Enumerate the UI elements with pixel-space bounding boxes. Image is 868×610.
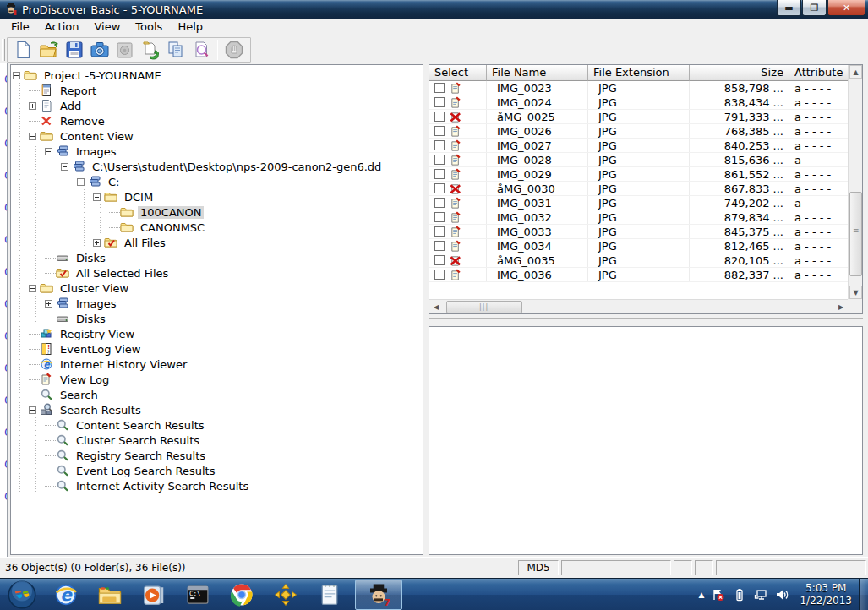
file-name-cell[interactable]: IMG_0026 xyxy=(487,124,588,138)
select-checkbox[interactable] xyxy=(434,155,445,165)
select-checkbox[interactable] xyxy=(434,183,445,193)
column-header-file-extension[interactable]: File Extension xyxy=(588,65,690,81)
taskbar-start-orb-button[interactable] xyxy=(0,580,44,610)
tree-item-registry-search-results[interactable]: Registry Search Results xyxy=(13,448,423,463)
tree-item-internet-history-viewer[interactable]: eInternet History Viewer xyxy=(13,357,423,372)
select-checkbox[interactable] xyxy=(434,83,445,93)
select-checkbox[interactable] xyxy=(434,198,445,208)
taskbar-notepad-launcher[interactable] xyxy=(308,580,352,610)
taskbar-explorer-folder-launcher[interactable] xyxy=(88,580,132,610)
tree-item-c-[interactable]: C: xyxy=(13,174,423,189)
tree-item-label[interactable]: Images xyxy=(74,145,119,158)
tree-item-label[interactable]: Content View xyxy=(57,130,136,143)
file-name-cell[interactable]: IMG_0031 xyxy=(487,196,588,210)
tree-item-report[interactable]: Report xyxy=(13,83,423,98)
collapse-icon[interactable] xyxy=(61,163,68,171)
minimize-button[interactable]: ▬ xyxy=(777,0,801,16)
tree-item-label[interactable]: Cluster Search Results xyxy=(74,434,202,447)
tree-item-label[interactable]: Registry View xyxy=(57,328,137,340)
column-header-select[interactable]: Select xyxy=(429,65,487,81)
tree-item-label[interactable]: Content Search Results xyxy=(74,419,207,432)
table-row[interactable]: IMG_0023JPG858,798 ...a - - - - xyxy=(429,81,849,95)
tree-item-label[interactable]: Internet Activity Search Results xyxy=(74,480,251,493)
taskbar-clock[interactable]: 5:03 PM 1/22/2013 xyxy=(800,582,852,607)
select-checkbox[interactable] xyxy=(434,126,445,136)
file-name-cell[interactable]: IMG_0034 xyxy=(487,239,588,253)
table-row[interactable]: åMG_0030JPG867,833 ...a - - - - xyxy=(429,182,849,196)
tree-item-label[interactable]: View Log xyxy=(57,373,112,386)
select-checkbox[interactable] xyxy=(434,169,445,179)
tree-item-label[interactable]: CANONMSC xyxy=(138,221,207,234)
tree-item-label[interactable]: Search xyxy=(57,389,101,401)
select-checkbox[interactable] xyxy=(434,212,445,222)
expand-icon[interactable] xyxy=(93,239,101,247)
table-row[interactable]: IMG_0033JPG845,375 ...a - - - - xyxy=(429,225,849,239)
menu-item-help[interactable]: Help xyxy=(170,19,210,34)
add-image-button[interactable] xyxy=(138,39,163,61)
tree-item-label[interactable]: All Selected Files xyxy=(74,267,171,280)
tree-item-label[interactable]: Images xyxy=(74,297,119,310)
column-header-file-name[interactable]: File Name xyxy=(487,65,588,81)
select-checkbox[interactable] xyxy=(434,270,445,280)
column-header-size[interactable]: Size xyxy=(690,65,789,81)
tree-item-label[interactable]: Internet History Viewer xyxy=(57,358,189,371)
search-preview-button[interactable] xyxy=(188,39,214,61)
vertical-scrollbar[interactable]: ▲ ▼ xyxy=(848,65,862,299)
menu-item-action[interactable]: Action xyxy=(37,19,87,34)
tree-item-label[interactable]: 100CANON xyxy=(138,206,204,219)
tree-item-images[interactable]: Images xyxy=(13,296,423,311)
select-checkbox[interactable] xyxy=(434,140,445,150)
file-name-cell[interactable]: åMG_0035 xyxy=(487,253,588,267)
file-name-cell[interactable]: åMG_0030 xyxy=(487,182,588,195)
table-row[interactable]: IMG_0027JPG840,253 ...a - - - - xyxy=(429,139,849,153)
select-checkbox[interactable] xyxy=(434,112,445,122)
taskbar-chrome-launcher[interactable] xyxy=(220,580,264,610)
file-name-cell[interactable]: IMG_0036 xyxy=(487,268,588,281)
tree-item-label[interactable]: C:\Users\student\Desktop\nps-2009-canon2… xyxy=(90,161,384,173)
scroll-down-icon[interactable]: ▼ xyxy=(849,286,862,299)
menu-item-file[interactable]: File xyxy=(3,19,37,34)
tree-item-search-results[interactable]: Search Results xyxy=(13,402,423,417)
collapse-icon[interactable] xyxy=(93,193,101,201)
taskbar-internet-explorer-launcher[interactable]: e xyxy=(44,580,88,610)
tree-item-view-log[interactable]: View Log xyxy=(13,372,423,387)
horizontal-scroll-thumb[interactable] xyxy=(446,301,522,313)
tree-item-label[interactable]: Registry Search Results xyxy=(74,449,208,462)
tree-item-c-users-student-desktop-nps-2009-canon2-[interactable]: C:\Users\student\Desktop\nps-2009-canon2… xyxy=(13,159,423,174)
collapse-icon[interactable] xyxy=(29,133,36,140)
table-row[interactable]: IMG_0024JPG838,434 ...a - - - - xyxy=(429,95,849,110)
tree-item-add[interactable]: Add xyxy=(13,98,423,113)
tree-item-cluster-view[interactable]: Cluster View xyxy=(13,280,423,296)
tree-item-canonmsc[interactable]: CANONMSC xyxy=(13,220,423,235)
tree-item-project-5-yourname[interactable]: Project -5-YOURNAME xyxy=(13,68,423,83)
tree-item-100canon[interactable]: 100CANON xyxy=(13,204,423,220)
tree-item-cluster-search-results[interactable]: Cluster Search Results xyxy=(13,433,423,448)
column-header-attribute[interactable]: Attribute xyxy=(789,65,849,81)
file-name-cell[interactable]: IMG_0029 xyxy=(487,167,588,181)
tree-item-event-log-search-results[interactable]: Event Log Search Results xyxy=(13,463,423,478)
tree-item-all-files[interactable]: All Files xyxy=(13,235,423,250)
tray-expand-icon[interactable]: ▲ xyxy=(699,591,705,599)
select-checkbox[interactable] xyxy=(434,226,445,237)
pane-splitter[interactable] xyxy=(429,318,863,324)
action-center-icon[interactable] xyxy=(712,588,725,602)
tree-item-label[interactable]: Add xyxy=(57,100,84,112)
tree-item-label[interactable]: EventLog View xyxy=(57,343,143,356)
tree-item-content-view[interactable]: Content View xyxy=(13,128,423,144)
show-desktop-button[interactable] xyxy=(859,579,868,610)
table-row[interactable]: åMG_0025JPG791,333 ...a - - - - xyxy=(429,110,849,124)
battery-icon[interactable] xyxy=(733,588,746,602)
tree-item-label[interactable]: Search Results xyxy=(57,404,144,417)
collapse-icon[interactable] xyxy=(13,72,20,79)
menu-item-tools[interactable]: Tools xyxy=(128,19,170,34)
tree-item-remove[interactable]: Remove xyxy=(13,113,423,128)
tree-item-all-selected-files[interactable]: All Selected Files xyxy=(13,265,423,280)
tree-item-eventlog-view[interactable]: !?EventLog View xyxy=(13,341,423,357)
collapse-icon[interactable] xyxy=(45,148,52,155)
file-name-cell[interactable]: IMG_0032 xyxy=(487,210,588,224)
tree-item-label[interactable]: Report xyxy=(57,84,99,97)
file-name-cell[interactable]: åMG_0025 xyxy=(487,110,588,123)
collapse-icon[interactable] xyxy=(29,285,36,292)
collapse-icon[interactable] xyxy=(77,178,85,186)
tree-item-label[interactable]: Event Log Search Results xyxy=(74,465,217,477)
